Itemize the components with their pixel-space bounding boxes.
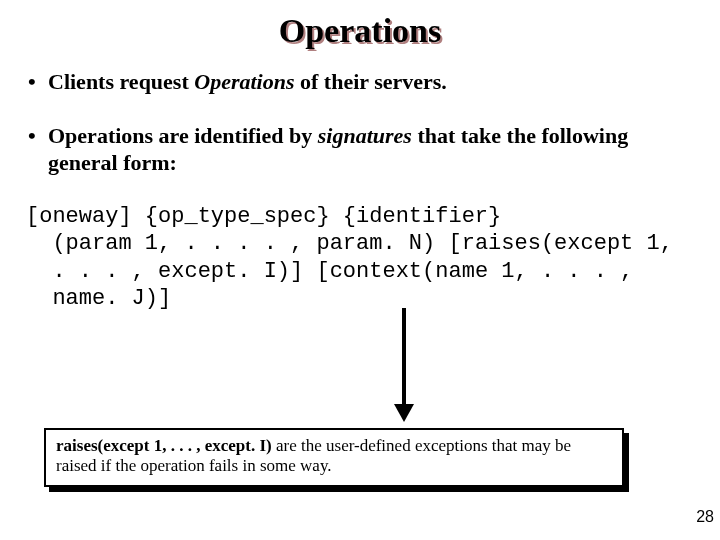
signature-code: [oneway] {op_type_spec} {identifier} (pa…: [26, 203, 700, 313]
slide-title: Operations: [20, 12, 700, 50]
callout-box: raises(except 1, . . . , except. I) are …: [44, 428, 624, 487]
bullet-1-text-post: of their servers.: [295, 69, 447, 94]
bullet-2: Operations are identified by signatures …: [26, 122, 700, 177]
callout-arrow: [380, 308, 410, 428]
bullet-list: Clients request Operations of their serv…: [26, 68, 700, 177]
bullet-1-text-pre: Clients request: [48, 69, 194, 94]
bullet-1: Clients request Operations of their serv…: [26, 68, 700, 96]
callout-strong: raises(except 1, . . . , except. I): [56, 436, 272, 455]
bullet-2-em: signatures: [318, 123, 412, 148]
callout-content: raises(except 1, . . . , except. I) are …: [44, 428, 624, 487]
arrow-stem: [402, 308, 406, 408]
page-number: 28: [696, 508, 714, 526]
bullet-2-text-pre: Operations are identified by: [48, 123, 318, 148]
arrow-head-icon: [394, 404, 414, 422]
slide: Operations Clients request Operations of…: [0, 0, 720, 540]
bullet-1-em: Operations: [194, 69, 294, 94]
